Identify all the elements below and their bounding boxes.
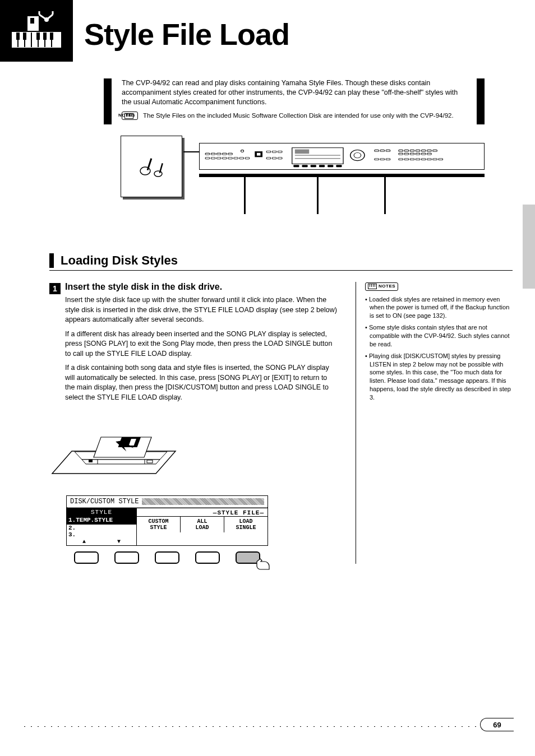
svg-rect-66 xyxy=(433,150,437,152)
svg-point-55 xyxy=(350,150,365,161)
svg-rect-59 xyxy=(386,150,390,152)
svg-rect-73 xyxy=(375,159,379,160)
svg-rect-42 xyxy=(266,157,271,159)
notes-badge-label: NOTES xyxy=(379,284,395,290)
svg-rect-43 xyxy=(272,157,276,159)
svg-rect-82 xyxy=(433,159,437,160)
svg-rect-41 xyxy=(278,151,282,153)
svg-rect-34 xyxy=(239,157,244,159)
svg-rect-74 xyxy=(380,159,385,160)
svg-line-15 xyxy=(47,15,53,20)
svg-rect-63 xyxy=(416,150,420,152)
svg-rect-58 xyxy=(380,150,385,152)
svg-rect-79 xyxy=(416,159,420,160)
intro-note: NOTES The Style Files on the included Mu… xyxy=(122,112,467,120)
svg-point-36 xyxy=(241,150,244,152)
section-heading-text: Loading Disk Styles xyxy=(49,253,513,268)
svg-rect-67 xyxy=(399,153,403,155)
svg-rect-29 xyxy=(211,157,215,159)
softkey-button[interactable] xyxy=(74,551,99,564)
svg-rect-25 xyxy=(216,153,221,155)
step-area: 1 Insert the style disk in the disk driv… xyxy=(49,282,513,564)
svg-rect-89 xyxy=(89,460,93,462)
svg-rect-46 xyxy=(295,150,309,154)
svg-rect-30 xyxy=(216,157,221,159)
intro-paragraph: The CVP-94/92 can read and play disks co… xyxy=(122,78,467,107)
svg-rect-31 xyxy=(223,157,227,159)
step-title: Insert the style disk in the disk drive. xyxy=(65,282,339,292)
page-number-tab: 69 xyxy=(480,718,514,731)
svg-rect-61 xyxy=(404,150,409,152)
lcd-selected-style: 1.TEMP.STYLE xyxy=(67,516,136,525)
side-note-3: • Playing disk [DISK/CUSTOM] styles by p… xyxy=(365,352,513,402)
softkey-button[interactable] xyxy=(114,551,139,564)
svg-rect-54 xyxy=(336,165,342,167)
lcd-style-header: STYLE xyxy=(67,508,136,516)
side-note-2: • Some style disks contain styles that a… xyxy=(365,323,513,349)
svg-rect-7 xyxy=(16,33,20,40)
svg-rect-50 xyxy=(302,165,308,167)
svg-rect-33 xyxy=(234,157,238,159)
lcd-cell-load-single: LOADSINGLE xyxy=(224,517,268,532)
hardware-diagram xyxy=(104,130,485,236)
lcd-style-row: 2. xyxy=(67,525,136,531)
svg-point-56 xyxy=(354,152,361,158)
svg-rect-38 xyxy=(256,152,261,156)
notes-badge: NOTES xyxy=(365,282,398,291)
lcd-stylefile-label: —STYLE FILE— xyxy=(137,508,268,516)
svg-rect-10 xyxy=(43,33,47,40)
edge-tab xyxy=(523,205,535,289)
lcd-cell-all-load: ALLLOAD xyxy=(181,517,224,532)
svg-rect-24 xyxy=(211,153,215,155)
footer-dots xyxy=(21,725,514,728)
svg-rect-28 xyxy=(205,157,210,159)
svg-rect-78 xyxy=(410,159,414,160)
svg-line-16 xyxy=(39,15,47,20)
lcd-header-shade xyxy=(142,498,264,505)
svg-rect-52 xyxy=(319,165,325,167)
stand-leg xyxy=(384,177,386,214)
svg-rect-68 xyxy=(404,153,409,155)
svg-rect-71 xyxy=(421,153,426,155)
svg-rect-35 xyxy=(245,157,250,159)
svg-rect-26 xyxy=(223,153,227,155)
disk-style-icon xyxy=(139,155,164,178)
step-body: Insert the style disk face up with the s… xyxy=(65,295,339,402)
lcd-scroll-arrows: ▲▼ xyxy=(67,538,136,545)
intro-bar-right xyxy=(477,78,485,124)
side-note-1: • Loaded disk styles are retained in mem… xyxy=(365,295,513,321)
stand-leg xyxy=(317,177,319,214)
footer-rule: 69 xyxy=(21,725,514,728)
pointer-hand-icon xyxy=(255,556,271,571)
svg-rect-53 xyxy=(328,165,333,167)
svg-rect-39 xyxy=(266,151,271,153)
softkey-button[interactable] xyxy=(195,551,220,564)
step-p1: Insert the style disk face up with the s… xyxy=(65,295,339,325)
disk-drive-illustration xyxy=(49,420,178,482)
svg-rect-8 xyxy=(23,33,26,40)
svg-rect-77 xyxy=(404,159,409,160)
svg-rect-27 xyxy=(228,153,233,155)
lcd-cell-custom-style: CUSTOMSTYLE xyxy=(137,517,181,532)
svg-rect-83 xyxy=(439,159,443,160)
svg-rect-51 xyxy=(311,165,316,167)
svg-rect-65 xyxy=(427,150,432,152)
intro-box: The CVP-94/92 can read and play disks co… xyxy=(104,78,485,124)
keyboard-strip xyxy=(199,174,485,177)
intro-note-text: The Style Files on the included Music So… xyxy=(143,112,454,119)
svg-rect-80 xyxy=(421,159,426,160)
section-heading-bar xyxy=(49,253,54,268)
midi-keyboard-icon xyxy=(11,11,62,50)
step-main: 1 Insert the style disk in the disk driv… xyxy=(49,282,356,564)
svg-rect-49 xyxy=(293,165,299,167)
lcd-screen: DISK/CUSTOM STYLE STYLE 1.TEMP.STYLE 2. … xyxy=(66,495,268,546)
page-title: Style File Load xyxy=(84,17,289,52)
svg-rect-9 xyxy=(36,33,40,40)
svg-rect-69 xyxy=(410,153,414,155)
notes-badge: NOTES xyxy=(122,112,138,120)
svg-rect-81 xyxy=(427,159,432,160)
softkey-button[interactable] xyxy=(155,551,179,564)
connector-line xyxy=(183,151,199,152)
svg-rect-57 xyxy=(375,150,379,152)
svg-rect-44 xyxy=(278,157,282,159)
